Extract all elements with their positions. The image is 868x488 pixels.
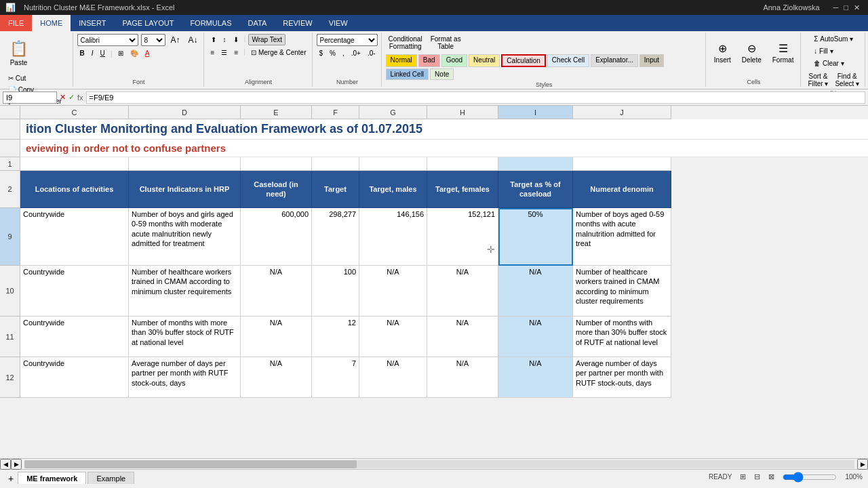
cell-c12[interactable]: Countrywide (20, 357, 129, 398)
cell-j1[interactable] (573, 157, 671, 171)
font-grow-btn[interactable]: A↑ (168, 34, 183, 46)
col-header-g[interactable]: G (359, 106, 427, 119)
cell-j9[interactable]: Number of boys aged 0-59 months with acu… (573, 208, 671, 266)
confirm-formula-icon[interactable]: ✓ (68, 93, 75, 102)
number-format-select[interactable]: Percentage (317, 34, 378, 46)
sort-filter-btn[interactable]: Sort &Filter ▾ (805, 71, 831, 89)
cell-f11[interactable]: 12 (312, 317, 359, 357)
tab-review[interactable]: REVIEW (275, 15, 320, 31)
cell-d1[interactable] (129, 157, 241, 171)
align-left-btn[interactable]: ≡ (208, 47, 218, 58)
cell-e11[interactable]: N/A (241, 317, 312, 357)
fill-color-btn[interactable]: 🎨 (127, 48, 141, 58)
cell-f12[interactable]: 7 (312, 357, 359, 398)
style-neutral[interactable]: Neutral (469, 54, 500, 67)
tab-insert[interactable]: INSERT (71, 15, 114, 31)
cell-f1[interactable] (312, 157, 359, 171)
decimal-inc-btn[interactable]: .0+ (349, 48, 363, 58)
cell-c11[interactable]: Countrywide (20, 317, 129, 357)
font-color-btn[interactable]: A (142, 48, 153, 58)
cell-h10[interactable]: N/A (427, 266, 498, 317)
tab-view[interactable]: VIEW (321, 15, 356, 31)
comma-btn[interactable]: , (340, 48, 347, 58)
cell-i9[interactable]: 50% (498, 208, 573, 266)
horizontal-scrollbar[interactable] (24, 460, 854, 468)
format-cell-btn[interactable]: ☰ Format (768, 34, 798, 72)
scroll-left-sheet-btn[interactable]: ◀ (0, 459, 11, 470)
close-btn[interactable]: ✕ (854, 3, 860, 12)
align-right-btn[interactable]: ≡ (231, 47, 241, 58)
style-explanatory[interactable]: Explanator... (591, 54, 638, 67)
cell-c1[interactable] (20, 157, 129, 171)
cell-d12[interactable]: Average number of days per partner per m… (129, 357, 241, 398)
cell-i12[interactable]: N/A (498, 357, 573, 398)
cell-g11[interactable]: N/A (359, 317, 427, 357)
col-header-i[interactable]: I (498, 106, 573, 119)
cell-c10[interactable]: Countrywide (20, 266, 129, 317)
normal-view-btn[interactable]: ⊞ (740, 472, 746, 481)
cell-e12[interactable]: N/A (241, 357, 312, 398)
cell-h12[interactable]: N/A (427, 357, 498, 398)
cell-i1[interactable] (498, 157, 573, 171)
cell-f10[interactable]: 100 (312, 266, 359, 317)
cut-btn[interactable]: ✂ Cut (5, 73, 64, 83)
italic-btn[interactable]: I (89, 48, 96, 58)
align-center-btn[interactable]: ☰ (218, 47, 230, 58)
align-top-btn[interactable]: ⬆ (208, 34, 219, 45)
sheet-tab-me-framework[interactable]: ME framework (18, 472, 86, 484)
currency-btn[interactable]: $ (317, 48, 326, 58)
format-as-table-btn[interactable]: Format asTable (428, 34, 464, 52)
percent-btn[interactable]: % (327, 48, 338, 58)
align-middle-btn[interactable]: ↕ (220, 34, 229, 45)
cell-e1[interactable] (241, 157, 312, 171)
cell-f9[interactable]: 298,277 (312, 208, 359, 266)
cell-i11[interactable]: N/A (498, 317, 573, 357)
cancel-formula-icon[interactable]: ✕ (60, 93, 66, 102)
cell-i10[interactable]: N/A (498, 266, 573, 317)
tab-data[interactable]: DATA (240, 15, 275, 31)
merge-center-btn[interactable]: ⊡ Merge & Center (248, 47, 309, 58)
col-header-c[interactable]: C (20, 106, 129, 119)
underline-btn[interactable]: U (98, 48, 108, 58)
clear-btn[interactable]: 🗑 Clear ▾ (811, 58, 856, 68)
cell-j10[interactable]: Number of healthcare workers trained in … (573, 266, 671, 317)
border-btn[interactable]: ⊞ (115, 48, 126, 58)
cell-g1[interactable] (359, 157, 427, 171)
style-good[interactable]: Good (441, 54, 467, 67)
font-size-select[interactable]: 8 (141, 34, 165, 46)
style-linked-cell[interactable]: Linked Cell (386, 68, 429, 80)
cell-h9[interactable]: 152,121 ✛ (427, 208, 498, 266)
bold-btn[interactable]: B (77, 48, 87, 58)
cell-e10[interactable]: N/A (241, 266, 312, 317)
tab-formulas[interactable]: FORMULAS (182, 15, 239, 31)
align-bottom-btn[interactable]: ⬇ (231, 34, 241, 45)
cell-d11[interactable]: Number of months with more than 30% buff… (129, 317, 241, 357)
cell-g10[interactable]: N/A (359, 266, 427, 317)
maximize-btn[interactable]: □ (844, 3, 848, 12)
col-header-f[interactable]: F (312, 106, 359, 119)
zoom-slider[interactable] (783, 472, 837, 483)
cell-g12[interactable]: N/A (359, 357, 427, 398)
cell-d9[interactable]: Number of boys and girls aged 0-59 month… (129, 208, 241, 266)
name-box[interactable]: I9 (3, 92, 57, 104)
style-calculation[interactable]: Calculation (501, 54, 545, 67)
autosum-btn[interactable]: Σ AutoSum ▾ (811, 34, 856, 44)
cell-c9[interactable]: Countrywide (20, 208, 129, 266)
conditional-format-btn[interactable]: ConditionalFormatting (386, 34, 425, 52)
col-header-d[interactable]: D (129, 106, 241, 119)
style-check-cell[interactable]: Check Cell (547, 54, 589, 67)
insert-cell-btn[interactable]: ⊕ Insert (710, 34, 735, 72)
find-select-btn[interactable]: Find &Select ▾ (832, 71, 862, 89)
style-note[interactable]: Note (430, 68, 454, 80)
cell-j11[interactable]: Number of months with more than 30% buff… (573, 317, 671, 357)
cell-e9[interactable]: 600,000 (241, 208, 312, 266)
sheet-tab-example[interactable]: Example (87, 472, 134, 484)
decimal-dec-btn[interactable]: .0- (365, 48, 378, 58)
add-sheet-btn[interactable]: + (5, 473, 16, 484)
fill-btn[interactable]: ↓ Fill ▾ (811, 46, 856, 56)
delete-cell-btn[interactable]: ⊖ Delete (738, 34, 766, 72)
col-header-e[interactable]: E (241, 106, 312, 119)
tab-home[interactable]: HOME (32, 15, 71, 31)
col-header-j[interactable]: J (573, 106, 671, 119)
insert-function-icon[interactable]: fx (77, 94, 83, 102)
